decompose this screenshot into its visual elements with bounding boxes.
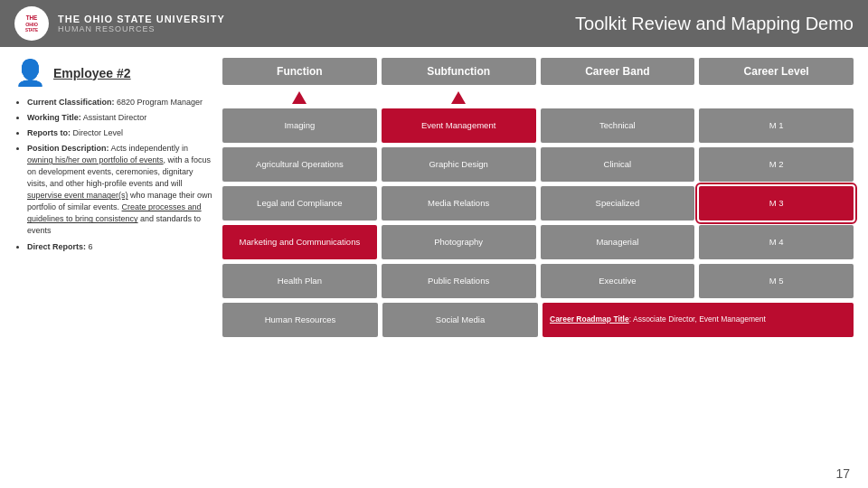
level-m5: M 5 [699, 264, 854, 298]
level-m2: M 2 [699, 147, 854, 182]
header-left: THE OHIO STATE The Ohio State University… [14, 6, 225, 41]
page-number: 17 [835, 466, 850, 481]
employee-info-list: Current Classification: 6820 Program Man… [14, 97, 213, 253]
subfunction-social-media: Social Media [382, 303, 538, 337]
columns-area: Function Subfunction Career Band Career … [222, 54, 854, 481]
table-row: Agricultural Operations Graphic Design C… [222, 147, 854, 182]
level-m1: M 1 [699, 108, 854, 143]
grid-rows: Imaging Event Management Technical M 1 A… [222, 108, 854, 337]
column-headers: Function Subfunction Career Band Career … [222, 58, 854, 85]
arrow-row [222, 90, 854, 105]
band-clinical: Clinical [541, 147, 695, 182]
employee-label: Employee #2 [53, 66, 131, 80]
band-managerial: Managerial [541, 225, 695, 259]
col-header-career-band: Career Band [541, 58, 695, 85]
function-agricultural: Agricultural Operations [222, 147, 377, 182]
arrow-band [541, 90, 695, 105]
up-arrow-subfunction [451, 91, 466, 104]
function-imaging: Imaging [222, 108, 377, 143]
arrow-function [222, 90, 377, 105]
left-panel: 👤 Employee #2 Current Classification: 68… [14, 54, 213, 481]
band-specialized: Specialized [541, 186, 695, 221]
header: THE OHIO STATE The Ohio State University… [0, 0, 868, 47]
col-header-subfunction: Subfunction [382, 58, 536, 85]
subfunction-event-management: Event Management [382, 108, 536, 143]
subfunction-graphic-design: Graphic Design [382, 147, 536, 182]
position-desc-value: Acts independently in owning his/her own… [27, 144, 212, 235]
reports-to-value: Director Level [73, 128, 124, 137]
col-header-career-level: Career Level [699, 58, 854, 85]
function-marketing: Marketing and Communications [222, 225, 377, 259]
main-title: Toolkit Review and Mapping Demo [575, 14, 854, 34]
band-technical: Technical [541, 108, 695, 143]
table-row: Legal and Compliance Media Relations Spe… [222, 186, 854, 221]
classification-value: 6820 Program Manager [117, 98, 203, 107]
position-desc-item: Position Description: Acts independently… [27, 143, 213, 237]
svg-text:OHIO: OHIO [25, 22, 38, 27]
svg-text:THE: THE [26, 14, 38, 21]
arrow-subfunction [382, 90, 536, 105]
university-name: The Ohio State University [58, 14, 225, 24]
function-health-plan: Health Plan [222, 264, 377, 298]
classification-label: Current Classification: [27, 98, 115, 107]
table-row: Imaging Event Management Technical M 1 [222, 108, 854, 143]
employee-header: 👤 Employee #2 [14, 58, 213, 88]
table-row: Human Resources Social Media Career Road… [222, 303, 854, 337]
employee-icon: 👤 [14, 58, 46, 88]
working-title-value: Assistant Director [83, 113, 147, 122]
department-name: Human Resources [58, 24, 225, 33]
level-m4: M 4 [699, 225, 854, 259]
subfunction-public-relations: Public Relations [382, 264, 536, 298]
direct-reports-item: Direct Reports: 6 [27, 241, 213, 253]
subfunction-photography: Photography [382, 225, 536, 259]
working-title-label: Working Title: [27, 113, 81, 122]
classification-item: Current Classification: 6820 Program Man… [27, 97, 213, 108]
table-row: Health Plan Public Relations Executive M… [222, 264, 854, 298]
main-content: 👤 Employee #2 Current Classification: 68… [0, 47, 868, 488]
position-desc-label: Position Description: [27, 144, 109, 153]
function-human-resources: Human Resources [222, 303, 378, 337]
band-executive: Executive [541, 264, 695, 298]
roadmap-text: Career Roadmap Title: Associate Director… [550, 314, 766, 325]
table-row: Marketing and Communications Photography… [222, 225, 854, 259]
col-header-function: Function [222, 58, 377, 85]
osu-logo: THE OHIO STATE [14, 6, 49, 41]
roadmap-cell: Career Roadmap Title: Associate Director… [542, 303, 854, 337]
direct-reports-value: 6 [89, 242, 93, 251]
reports-to-label: Reports to: [27, 128, 71, 137]
level-m3: M 3 [699, 186, 854, 221]
function-legal: Legal and Compliance [222, 186, 377, 221]
subfunction-media-relations: Media Relations [382, 186, 536, 221]
reports-to-item: Reports to: Director Level [27, 127, 213, 139]
svg-text:STATE: STATE [25, 28, 38, 33]
arrow-level [699, 90, 854, 105]
direct-reports-label: Direct Reports: [27, 242, 86, 251]
working-title-item: Working Title: Assistant Director [27, 112, 213, 124]
up-arrow-function [292, 91, 307, 104]
roadmap-label: Career Roadmap Title [550, 314, 629, 324]
header-title-block: The Ohio State University Human Resource… [58, 14, 225, 33]
